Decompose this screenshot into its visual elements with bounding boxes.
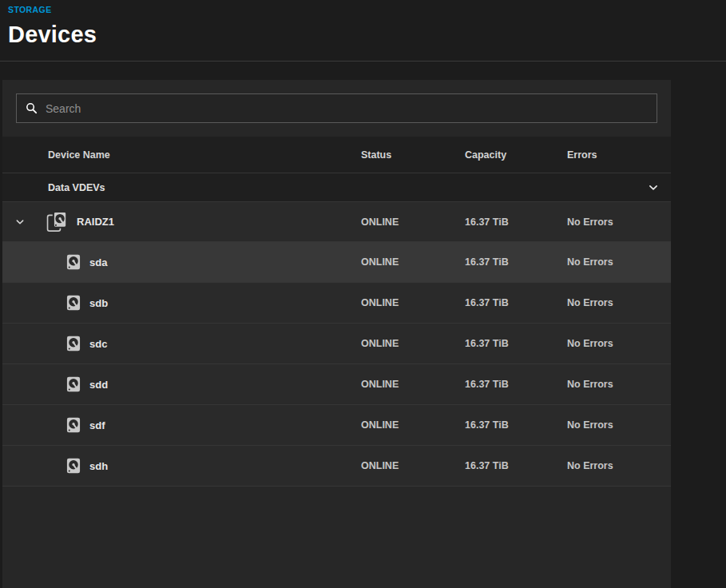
harddisk-icon: [65, 253, 82, 271]
disk-capacity: 16.37 TiB: [465, 256, 567, 268]
disk-errors: No Errors: [567, 379, 671, 390]
column-header-capacity: Capacity: [465, 149, 567, 161]
disk-status: ONLINE: [361, 460, 465, 471]
vdev-capacity: 16.37 TiB: [465, 217, 567, 228]
disk-name: sdf: [89, 419, 105, 431]
header-divider: [0, 61, 726, 62]
disk-capacity: 16.37 TiB: [465, 379, 567, 390]
disk-capacity: 16.37 TiB: [465, 419, 567, 431]
harddisk-icon: [65, 375, 82, 393]
disk-capacity: 16.37 TiB: [465, 297, 567, 308]
vdev-errors: No Errors: [567, 217, 671, 228]
disk-rows-container: sda ONLINE 16.37 TiB No Errors sdb ONLIN…: [2, 242, 671, 487]
devices-card: Device Name Status Capacity Errors Data …: [2, 80, 671, 588]
disk-row-sdd[interactable]: sdd ONLINE 16.37 TiB No Errors: [2, 364, 671, 405]
disk-name: sdc: [89, 338, 107, 350]
disk-status: ONLINE: [361, 297, 465, 308]
disk-name: sda: [89, 256, 107, 268]
disk-errors: No Errors: [567, 419, 671, 431]
group-row-label: Data VDEVs: [2, 182, 105, 193]
column-header-status: Status: [361, 149, 465, 161]
disk-errors: No Errors: [567, 256, 671, 268]
raid-harddisk-stack-icon: [46, 211, 68, 232]
disk-status: ONLINE: [361, 419, 465, 431]
disk-name: sdb: [89, 297, 108, 309]
disk-capacity: 16.37 TiB: [465, 338, 567, 349]
page-title: Devices: [8, 22, 718, 48]
search-container: [2, 80, 671, 137]
harddisk-icon: [65, 416, 82, 434]
disk-row-sda[interactable]: sda ONLINE 16.37 TiB No Errors: [2, 242, 671, 283]
vdev-status: ONLINE: [361, 217, 465, 228]
vdev-row-raidz1[interactable]: RAIDZ1 ONLINE 16.37 TiB No Errors: [2, 202, 671, 242]
disk-row-sdc[interactable]: sdc ONLINE 16.37 TiB No Errors: [2, 324, 671, 364]
expander-chevron-down-icon[interactable]: [2, 216, 38, 228]
search-box[interactable]: [16, 93, 657, 123]
disk-errors: No Errors: [567, 338, 671, 349]
column-header-device-name: Device Name: [2, 149, 361, 161]
chevron-down-icon[interactable]: [646, 181, 661, 195]
breadcrumb-storage[interactable]: STORAGE: [8, 5, 52, 14]
disk-row-sdf[interactable]: sdf ONLINE 16.37 TiB No Errors: [2, 405, 671, 446]
search-icon: [25, 101, 38, 115]
disk-status: ONLINE: [361, 379, 465, 390]
disk-row-sdb[interactable]: sdb ONLINE 16.37 TiB No Errors: [2, 283, 671, 324]
search-input[interactable]: [46, 102, 649, 115]
harddisk-icon: [65, 335, 82, 352]
harddisk-icon: [65, 457, 82, 475]
group-row-data-vdevs[interactable]: Data VDEVs: [2, 173, 671, 202]
column-header-errors: Errors: [567, 149, 671, 161]
disk-capacity: 16.37 TiB: [465, 460, 567, 471]
disk-errors: No Errors: [567, 297, 671, 308]
disk-name: sdh: [89, 460, 108, 472]
disk-status: ONLINE: [361, 256, 465, 268]
vdev-name: RAIDZ1: [77, 216, 114, 228]
harddisk-icon: [65, 294, 82, 312]
disk-name: sdd: [89, 379, 108, 391]
disk-row-sdh[interactable]: sdh ONLINE 16.37 TiB No Errors: [2, 446, 671, 487]
disk-errors: No Errors: [567, 460, 671, 471]
page-header: STORAGE Devices: [0, 0, 726, 48]
table-header-row: Device Name Status Capacity Errors: [2, 137, 671, 173]
disk-status: ONLINE: [361, 338, 465, 349]
